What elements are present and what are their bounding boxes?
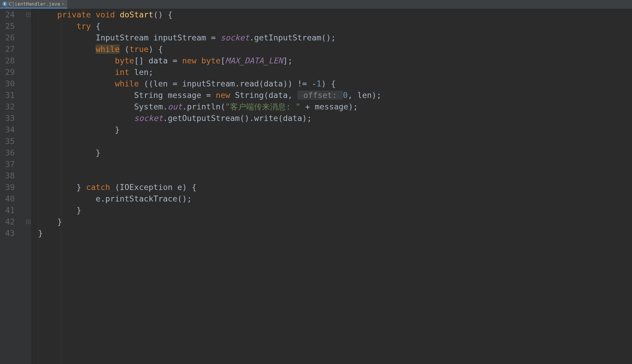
- tab-filename: ClientHandler.java: [9, 1, 60, 7]
- code-line[interactable]: }: [31, 147, 632, 158]
- code-line[interactable]: }: [31, 227, 632, 239]
- code-line[interactable]: [31, 170, 632, 181]
- code-line[interactable]: }: [31, 216, 632, 227]
- code-line[interactable]: int len;: [31, 66, 632, 78]
- line-number: 25: [0, 20, 31, 32]
- code-line[interactable]: byte[] data = new byte[MAX_DATA_LEN];: [31, 55, 632, 66]
- code-line[interactable]: [31, 158, 632, 170]
- code-line[interactable]: }: [31, 204, 632, 216]
- line-number: 33: [0, 112, 31, 124]
- line-number: 29: [0, 66, 31, 78]
- code-line[interactable]: private void doStart() {: [31, 9, 632, 20]
- line-number: 27: [0, 43, 31, 55]
- line-number: 30: [0, 78, 31, 89]
- fold-collapse-icon[interactable]: −: [26, 220, 30, 224]
- code-area[interactable]: private void doStart() { try { InputStre…: [31, 9, 632, 364]
- code-line[interactable]: System.out.println("客户端传来消息: " + message…: [31, 101, 632, 112]
- close-icon[interactable]: ×: [62, 1, 64, 6]
- code-line[interactable]: try {: [31, 20, 632, 32]
- line-number: 38: [0, 170, 31, 181]
- code-line[interactable]: while ((len = inputStream.read(data)) !=…: [31, 78, 632, 89]
- editor: 23 24− 25 26 27 28 29 30 31 32 33 34 35 …: [0, 9, 632, 364]
- parameter-hint: offset:: [297, 91, 343, 100]
- gutter: 23 24− 25 26 27 28 29 30 31 32 33 34 35 …: [0, 9, 31, 364]
- line-number: 43: [0, 227, 31, 239]
- line-number: 36: [0, 147, 31, 158]
- code-line[interactable]: while (true) {: [31, 43, 632, 55]
- line-number: 42−: [0, 216, 31, 227]
- code-line[interactable]: } catch (IOException e) {: [31, 181, 632, 193]
- code-line[interactable]: String message = new String(data, offset…: [31, 89, 632, 101]
- line-number: 26: [0, 32, 31, 43]
- tab-bar: C ClientHandler.java ×: [0, 0, 632, 9]
- line-number: 41: [0, 204, 31, 216]
- line-number: 32: [0, 101, 31, 112]
- code-line[interactable]: InputStream inputStream = socket.getInpu…: [31, 32, 632, 43]
- line-number: 35: [0, 135, 31, 147]
- line-number: 31: [0, 89, 31, 101]
- line-number: 23: [5, 0, 15, 9]
- code-line[interactable]: }: [31, 124, 632, 135]
- fold-collapse-icon[interactable]: −: [26, 13, 30, 17]
- line-number: 37: [0, 158, 31, 170]
- line-number: 40: [0, 193, 31, 204]
- code-line[interactable]: [31, 135, 632, 147]
- code-line[interactable]: socket.getOutputStream().write(data);: [31, 112, 632, 124]
- line-number: 28: [0, 55, 31, 66]
- code-line[interactable]: e.printStackTrace();: [31, 193, 632, 204]
- line-number: 34: [0, 124, 31, 135]
- line-number: 24−: [0, 9, 31, 20]
- line-number: 39: [0, 181, 31, 193]
